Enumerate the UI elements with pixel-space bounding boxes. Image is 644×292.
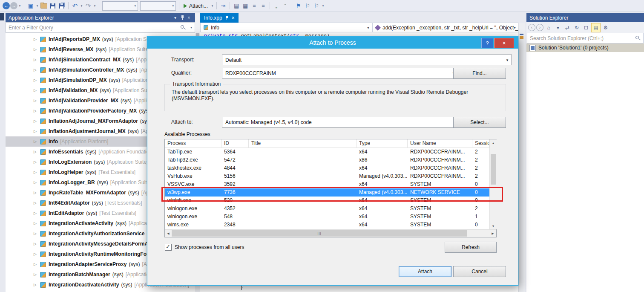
output-window-icon[interactable]: ▤: [232, 2, 241, 10]
uncomment-icon[interactable]: ‟: [281, 2, 290, 10]
process-row[interactable]: wlms.exe2348x64SYSTEM0: [165, 221, 489, 229]
expander-icon[interactable]: [34, 262, 40, 266]
previous-bookmark-icon[interactable]: ⚐: [303, 2, 312, 10]
column-header-session[interactable]: Session: [472, 139, 489, 148]
expander-icon[interactable]: [34, 129, 40, 133]
column-header-user-name[interactable]: User Name: [408, 139, 472, 148]
column-header-type[interactable]: Type: [356, 139, 408, 148]
breakpoints-window-icon[interactable]: ▦: [241, 2, 250, 10]
expander-icon[interactable]: [34, 119, 40, 123]
pin-icon[interactable]: [225, 15, 229, 20]
sync-with-active-document-icon[interactable]: ↻: [572, 23, 581, 32]
table-vertical-scrollbar[interactable]: [489, 139, 497, 229]
process-row[interactable]: w3wp.exe7736Managed (v4.0.303...NETWORK …: [165, 188, 489, 197]
editor-scrollbar[interactable]: [518, 23, 525, 292]
attach-to-field[interactable]: Automatic: Managed (v4.5, v4.0) code: [222, 117, 458, 127]
scroll-right-icon[interactable]: [489, 230, 496, 237]
attach-to-process-icon[interactable]: ⇥: [219, 2, 227, 10]
expander-icon[interactable]: [34, 201, 40, 205]
expander-icon[interactable]: [34, 150, 40, 154]
expander-icon[interactable]: [34, 170, 40, 174]
next-bookmark-icon[interactable]: ⚐: [312, 2, 321, 10]
process-row[interactable]: winlogon.exe548x64SYSTEM1: [165, 213, 489, 221]
expander-icon[interactable]: [34, 37, 40, 41]
checkbox-icon[interactable]: [165, 244, 172, 251]
filter-dropdown-icon[interactable]: ▾: [190, 26, 192, 29]
expander-icon[interactable]: [34, 98, 40, 103]
scroll-up-icon[interactable]: [490, 139, 497, 146]
search-icon[interactable]: [180, 25, 186, 30]
open-file-icon[interactable]: [40, 2, 48, 10]
show-all-files-icon[interactable]: ▤: [591, 23, 601, 32]
refresh-button[interactable]: Refresh: [445, 242, 497, 253]
pending-changes-filter-icon[interactable]: ⇄: [563, 23, 572, 32]
expander-icon[interactable]: [34, 242, 40, 246]
find-button[interactable]: Find...: [453, 68, 506, 79]
navigation-dropdown[interactable]: ▾: [18, 2, 22, 10]
qualifier-combo[interactable]: RDXP00CCCFRAINM: [222, 68, 458, 78]
filter-box[interactable]: Enter a Filter Query ▾: [6, 22, 195, 33]
solution-node[interactable]: Solution 'Solution1' (0 projects): [526, 43, 644, 52]
help-button[interactable]: ?: [481, 38, 493, 48]
redo-icon[interactable]: ↷: [84, 2, 92, 10]
show-all-users-checkbox[interactable]: Show processes from all users: [165, 244, 244, 251]
transport-dropdown[interactable]: Default: [222, 55, 512, 65]
navigate-backward-icon[interactable]: ←: [3, 2, 10, 9]
solution-platform-combo[interactable]: ▾: [140, 1, 176, 11]
comment-icon[interactable]: „: [272, 2, 281, 10]
save-icon[interactable]: [49, 2, 57, 10]
expander-icon[interactable]: [34, 160, 40, 164]
properties-icon[interactable]: ⚙: [601, 23, 610, 32]
expander-icon[interactable]: [34, 58, 40, 62]
members-dropdown[interactable]: add(Exception _exception, str _txt, str …: [372, 23, 519, 32]
column-header-title[interactable]: Title: [249, 139, 356, 148]
expander-icon[interactable]: [34, 78, 40, 82]
column-header-process[interactable]: Process: [165, 139, 221, 148]
expander-icon[interactable]: [34, 180, 40, 185]
process-row[interactable]: wininit.exe520x64SYSTEM0: [165, 197, 489, 205]
navigate-forward-icon[interactable]: →: [10, 2, 17, 9]
scroll-down-icon[interactable]: [490, 223, 497, 229]
process-row[interactable]: winlogon.exe4352x64SYSTEM2: [165, 205, 489, 213]
home-icon[interactable]: ⌂: [544, 23, 553, 32]
new-element-dropdown[interactable]: ▾: [35, 2, 39, 10]
tab-info-xpp[interactable]: Info.xpp ×: [200, 13, 239, 23]
process-row[interactable]: taskhostex.exe4844x64RDXP00CCCFRAINM...2: [165, 164, 489, 172]
expander-icon[interactable]: [34, 283, 40, 287]
dialog-titlebar[interactable]: Attach to Process ? ×: [147, 37, 518, 49]
process-row[interactable]: TabTip32.exe5472x86RDXP00CCCFRAINM...2: [165, 156, 489, 164]
scroll-thumb[interactable]: [491, 154, 496, 185]
indent-decrease-icon[interactable]: ≡: [250, 2, 259, 10]
select-button[interactable]: Select...: [453, 117, 506, 128]
autohide-tab[interactable]: [0, 13, 4, 20]
expander-icon[interactable]: [34, 252, 40, 256]
undo-dropdown[interactable]: ▾: [80, 2, 83, 10]
indent-increase-icon[interactable]: ≡: [259, 2, 267, 10]
scroll-thumb[interactable]: [172, 230, 467, 237]
attach-options-dropdown-icon[interactable]: ▾: [210, 2, 214, 10]
expander-icon[interactable]: [34, 272, 40, 277]
navigate-forward-icon[interactable]: ›: [536, 24, 543, 31]
expander-icon[interactable]: [34, 191, 40, 195]
expander-icon[interactable]: [34, 231, 40, 236]
switch-views-dropdown[interactable]: ▾: [554, 23, 562, 32]
new-element-icon[interactable]: ▣: [26, 2, 35, 10]
window-position-dropdown-icon[interactable]: ▾: [172, 15, 178, 20]
scroll-left-icon[interactable]: [165, 230, 172, 237]
expander-icon[interactable]: [34, 109, 40, 113]
column-header-id[interactable]: ID: [221, 139, 249, 148]
filter-input[interactable]: Enter a Filter Query: [9, 25, 178, 31]
collapse-all-icon[interactable]: ⊟: [582, 23, 590, 32]
expander-icon[interactable]: [34, 88, 40, 93]
bookmark-icon[interactable]: ⚑: [294, 2, 303, 10]
save-all-icon[interactable]: [58, 2, 66, 10]
debug-target-combo[interactable]: ▾: [102, 1, 138, 11]
close-button[interactable]: ×: [494, 38, 514, 48]
expander-icon[interactable]: [34, 68, 40, 72]
scroll-track[interactable]: [467, 230, 489, 237]
pin-icon[interactable]: [181, 15, 184, 20]
expander-icon[interactable]: [34, 211, 40, 215]
redo-dropdown[interactable]: ▾: [93, 2, 97, 10]
cancel-button[interactable]: Cancel: [453, 266, 506, 277]
expander-icon[interactable]: [34, 47, 40, 52]
